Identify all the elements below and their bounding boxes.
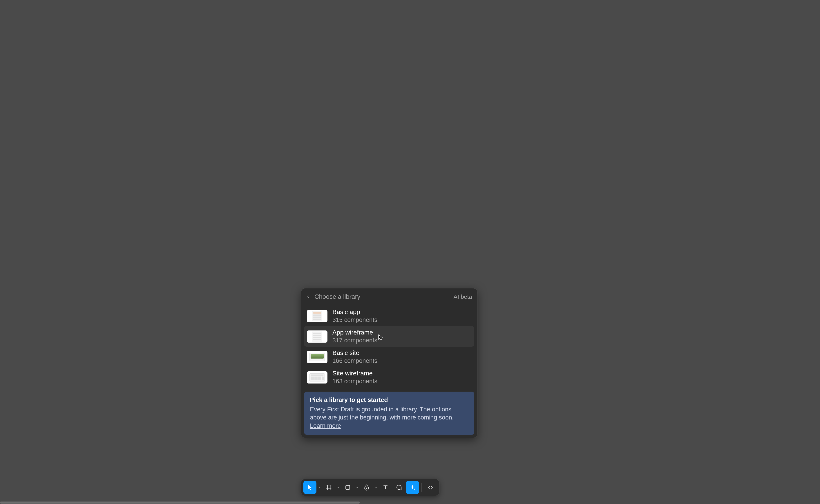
library-item[interactable]: Basic site166 components: [304, 347, 474, 367]
cursor-icon: [306, 484, 313, 491]
chevron-down-icon: [337, 486, 340, 489]
svg-rect-4: [346, 485, 350, 489]
library-name: Basic app: [332, 308, 377, 316]
shape-tool-caret[interactable]: [355, 481, 359, 494]
shape-tool[interactable]: [341, 481, 354, 494]
library-text: Site wireframe163 components: [332, 370, 377, 385]
pen-tool[interactable]: [360, 481, 373, 494]
dialog-header-left: Choose a library: [305, 293, 360, 300]
pen-tool-caret[interactable]: [373, 481, 378, 494]
text-tool[interactable]: [379, 481, 392, 494]
comment-tool[interactable]: [392, 481, 405, 494]
info-callout: Pick a library to get started Every Firs…: [304, 392, 474, 435]
library-thumbnail: [307, 310, 327, 322]
back-button[interactable]: [305, 294, 311, 300]
library-text: Basic site166 components: [332, 349, 377, 364]
library-item[interactable]: Basic app315 components: [304, 306, 474, 326]
move-tool-caret[interactable]: [317, 481, 322, 494]
code-icon: [427, 484, 434, 491]
library-name: App wireframe: [332, 329, 377, 336]
text-icon: [382, 484, 389, 491]
bottom-toolbar: [301, 479, 439, 496]
library-subtitle: 166 components: [332, 357, 377, 364]
toolbar-divider: [421, 483, 422, 492]
dialog-header: Choose a library AI beta: [304, 291, 474, 302]
library-list: Basic app315 componentsApp wireframe317 …: [304, 306, 474, 388]
library-name: Site wireframe: [332, 370, 377, 377]
frame-icon: [325, 484, 332, 491]
pen-icon: [363, 484, 370, 491]
dev-mode[interactable]: [424, 481, 437, 494]
info-body: Every First Draft is grounded in a libra…: [310, 405, 469, 430]
choose-library-dialog: Choose a library AI beta Basic app315 co…: [301, 288, 477, 438]
ai-beta-label: AI beta: [454, 293, 472, 300]
library-name: Basic site: [332, 349, 377, 357]
comment-icon: [395, 484, 402, 491]
library-subtitle: 163 components: [332, 378, 377, 385]
rect-icon: [344, 484, 351, 491]
chevron-down-icon: [374, 486, 377, 489]
library-item[interactable]: Site wireframe163 components: [304, 367, 474, 388]
chevron-down-icon: [318, 486, 321, 489]
actions-tool[interactable]: [406, 481, 419, 494]
svg-point-5: [366, 488, 367, 489]
chevron-down-icon: [355, 486, 359, 489]
library-thumbnail: [307, 351, 327, 363]
library-thumbnail: [307, 371, 327, 384]
move-tool[interactable]: [303, 481, 316, 494]
dialog-title: Choose a library: [314, 293, 360, 300]
library-subtitle: 317 components: [332, 337, 377, 344]
library-item[interactable]: App wireframe317 components: [304, 326, 474, 347]
library-subtitle: 315 components: [332, 317, 377, 323]
horizontal-scrollbar[interactable]: [0, 502, 360, 504]
info-title: Pick a library to get started: [310, 397, 469, 404]
info-body-text: Every First Draft is grounded in a libra…: [310, 406, 454, 421]
sparkle-icon: [409, 484, 416, 491]
library-thumbnail: [307, 330, 327, 343]
frame-tool[interactable]: [322, 481, 335, 494]
learn-more-link[interactable]: Learn more: [310, 422, 341, 429]
library-text: Basic app315 components: [332, 308, 377, 323]
chevron-left-icon: [306, 295, 310, 299]
frame-tool-caret[interactable]: [336, 481, 341, 494]
library-text: App wireframe317 components: [332, 329, 377, 344]
